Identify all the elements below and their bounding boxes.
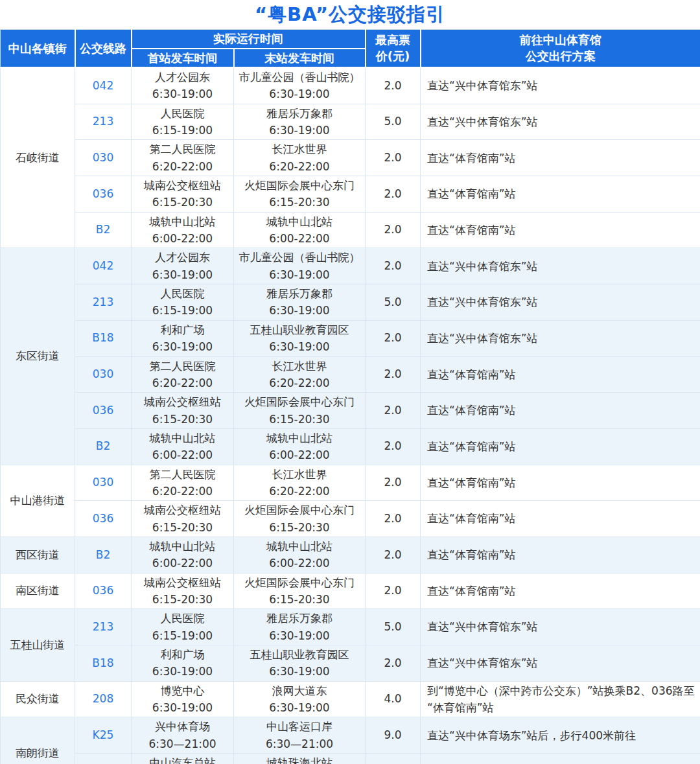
first-departure-cell: 人才公园东6:30-19:00 <box>132 248 234 284</box>
table-row: 石岐街道042人才公园东6:30-19:00市儿童公园（香山书院）6:30-19… <box>1 67 700 104</box>
district-cell: 西区街道 <box>1 537 75 573</box>
last-departure-cell: 城轨中山北站6:00-22:00 <box>234 537 366 573</box>
first-departure-cell: 人民医院6:15-19:00 <box>132 104 234 140</box>
last-departure-cell: 长江水世界6:20-22:00 <box>234 140 366 176</box>
last-departure-cell: 火炬国际会展中心东门6:15-20:30 <box>234 393 366 429</box>
plan-cell: 直达“体育馆南”站 <box>421 140 700 176</box>
last-departure-cell: 长江水世界6:20-22:00 <box>234 465 366 501</box>
first-station-name: 兴中体育场 <box>133 718 232 735</box>
route-number: 213 <box>75 284 132 321</box>
route-number: 036 <box>75 176 132 213</box>
route-number: 030 <box>75 140 132 176</box>
route-number: B18 <box>75 320 132 356</box>
first-station-name: 城轨中山北站 <box>133 430 232 446</box>
max-fare-cell: 4.0 <box>366 681 421 717</box>
table-row: 南朗街道K25兴中体育场6:30—21:00中山客运口岸6:30—21:009.… <box>1 717 700 754</box>
first-station-name: 城南公交枢纽站 <box>133 393 232 410</box>
first-station-name: 第二人民医院 <box>133 141 232 157</box>
first-departure-cell: 第二人民医院6:20-22:00 <box>132 140 234 176</box>
max-fare-cell: 2.0 <box>366 465 421 501</box>
route-number: 036 <box>75 501 132 537</box>
last-station-name: 中山客运口岸 <box>235 718 364 735</box>
route-number: 036 <box>75 393 132 429</box>
table-row: 213人民医院6:15-19:00雅居乐万象郡6:30-19:005.0直达“兴… <box>1 104 700 140</box>
last-station-time: 6:30-19:00 <box>235 86 364 102</box>
table-row: 036城南公交枢纽站6:15-20:30火炬国际会展中心东门6:15-20:30… <box>1 393 700 429</box>
first-station-time: 6:30-19:00 <box>133 699 232 716</box>
header-first-departure: 首站发车时间 <box>132 49 234 67</box>
max-fare-cell: 2.0 <box>366 212 421 248</box>
first-station-time: 6:20-22:00 <box>133 375 232 391</box>
first-station-time: 6:30-19:00 <box>133 266 232 283</box>
last-station-time: 6:20-22:00 <box>235 375 364 391</box>
district-cell: 中山港街道 <box>1 465 75 537</box>
bus-guide-page: “粤BA”公交接驳指引 中山各镇街 公交线路 实际运行时间 最高票 价(元) 前… <box>0 0 700 764</box>
last-station-name: 火炬国际会展中心东门 <box>235 502 364 518</box>
first-station-time: 6:15-19:00 <box>133 122 232 139</box>
first-station-time: 6:15-19:00 <box>133 627 232 644</box>
max-fare-cell: 2.0 <box>366 67 421 104</box>
last-departure-cell: 中山客运口岸6:30—21:00 <box>234 717 366 754</box>
first-station-name: 利和广场 <box>133 321 232 338</box>
max-fare-cell: 2.0 <box>366 428 421 465</box>
first-station-name: 中山汽车总站 <box>133 754 232 764</box>
table-row: 213人民医院6:15-19:00雅居乐万象郡6:30-19:005.0直达“兴… <box>1 284 700 321</box>
first-station-time: 6:15-20:30 <box>133 194 232 211</box>
first-departure-cell: 城南公交枢纽站6:15-20:30 <box>132 501 234 537</box>
plan-cell: 直达“兴中体育馆东”站 <box>421 284 700 321</box>
route-number: 208 <box>75 681 132 717</box>
first-station-name: 人才公园东 <box>133 249 232 266</box>
max-fare-cell: 2.0 <box>366 140 421 176</box>
route-number: 030 <box>75 465 132 501</box>
route-number: B2 <box>75 537 132 573</box>
last-departure-cell: 火炬国际会展中心东门6:15-20:30 <box>234 176 366 213</box>
last-departure-cell: 市儿童公园（香山书院）6:30-19:00 <box>234 67 366 104</box>
first-station-time: 6:15-20:30 <box>133 519 232 536</box>
last-departure-cell: 城轨中山北站6:00-22:00 <box>234 428 366 465</box>
plan-cell: 直达“兴中体育馆东”站 <box>421 645 700 682</box>
last-station-name: 火炬国际会展中心东门 <box>235 177 364 194</box>
last-station-name: 火炬国际会展中心东门 <box>235 393 364 410</box>
route-number: K25 <box>75 717 132 754</box>
first-departure-cell: 兴中体育场6:30—21:00 <box>132 717 234 754</box>
plan-cell: 直达“体育馆南”站 <box>421 573 700 609</box>
max-fare-cell: 2.0 <box>366 320 421 356</box>
last-station-name: 市儿童公园（香山书院） <box>235 249 364 266</box>
last-departure-cell: 五桂山职业教育园区6:30-19:00 <box>234 645 366 682</box>
page-title: “粤BA”公交接驳指引 <box>0 0 700 29</box>
last-station-time: 6:15-20:30 <box>235 519 364 536</box>
last-station-name: 浪网大道东 <box>235 682 364 699</box>
first-station-time: 6:20-22:00 <box>133 483 232 500</box>
last-departure-cell: 雅居乐万象郡6:30-19:00 <box>234 104 366 140</box>
last-station-time: 6:20-22:00 <box>235 483 364 500</box>
last-departure-cell: 长江水世界6:20-22:00 <box>234 356 366 393</box>
last-departure-cell: 浪网大道东6:30-19:00 <box>234 681 366 717</box>
first-station-time: 6:20-22:00 <box>133 158 232 175</box>
first-station-name: 城轨中山北站 <box>133 538 232 555</box>
plan-cell: 直达“体育馆南”站 <box>421 393 700 429</box>
first-station-name: 城轨中山北站 <box>133 213 232 230</box>
table-row: 036城南公交枢纽站6:15-20:30火炬国际会展中心东门6:15-20:30… <box>1 176 700 213</box>
last-departure-cell: 市儿童公园（香山书院）6:30-19:00 <box>234 248 366 284</box>
last-station-name: 城轨珠海北站 <box>235 754 364 764</box>
table-row: 030第二人民医院6:20-22:00长江水世界6:20-22:002.0直达“… <box>1 140 700 176</box>
first-departure-cell: 博览中心6:30-19:00 <box>132 681 234 717</box>
last-station-name: 市儿童公园（香山书院） <box>235 69 364 86</box>
first-station-time: 6:00-22:00 <box>133 555 232 572</box>
bus-guide-table: 中山各镇街 公交线路 实际运行时间 最高票 价(元) 前往中山体育馆 公交出行方… <box>0 29 700 764</box>
max-fare-cell: 2.0 <box>366 645 421 682</box>
max-fare-cell: 9.0 <box>366 754 421 764</box>
last-departure-cell: 五桂山职业教育园区6:30-19:00 <box>234 320 366 356</box>
table-row: 东区街道042人才公园东6:30-19:00市儿童公园（香山书院）6:30-19… <box>1 248 700 284</box>
max-fare-cell: 5.0 <box>366 284 421 321</box>
first-departure-cell: 人民医院6:15-19:00 <box>132 609 234 645</box>
first-station-name: 人民医院 <box>133 610 232 627</box>
first-departure-cell: 人民医院6:15-19:00 <box>132 284 234 321</box>
table-row: B2城轨中山北站6:00-22:00城轨中山北站6:00-22:002.0直达“… <box>1 428 700 465</box>
table-row: 030第二人民医院6:20-22:00长江水世界6:20-22:002.0直达“… <box>1 356 700 393</box>
first-station-time: 6:00-22:00 <box>133 446 232 463</box>
plan-cell: 直达“兴中体育馆东”站 <box>421 67 700 104</box>
last-station-time: 6:30-19:00 <box>235 266 364 283</box>
table-row: B18利和广场6:30-19:00五桂山职业教育园区6:30-19:002.0直… <box>1 320 700 356</box>
first-station-name: 城南公交枢纽站 <box>133 502 232 518</box>
